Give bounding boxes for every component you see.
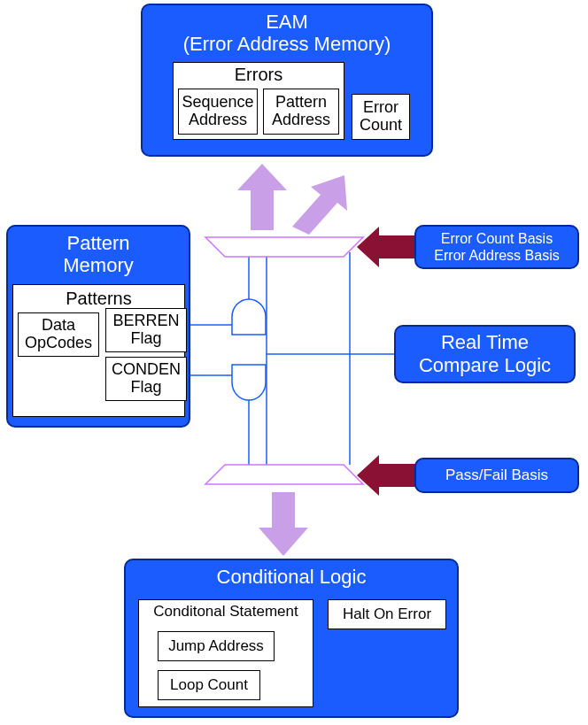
conditional-logic-block: Conditional Logic Conditonal Statement J…: [124, 559, 459, 718]
error-count-box: Error Count: [352, 94, 410, 140]
svg-marker-10: [292, 175, 347, 235]
svg-marker-7: [205, 237, 363, 257]
passfail-label: Pass/Fail Basis: [414, 458, 579, 493]
berren-flag-box: BERREN Flag: [105, 308, 187, 352]
patterns-head: Patterns: [66, 289, 131, 308]
conden-l2: Flag: [130, 379, 161, 397]
svg-marker-8: [205, 465, 363, 484]
svg-marker-9: [237, 164, 287, 230]
conden-l1: CONDEN: [112, 361, 181, 379]
loop-text: Loop Count: [170, 677, 248, 694]
jump-text: Jump Address: [168, 638, 264, 655]
jump-address-box: Jump Address: [158, 631, 275, 661]
berren-l1: BERREN: [112, 312, 179, 330]
seq-addr-l2: Address: [189, 112, 247, 129]
error-basis-label: Error Count Basis Error Address Basis: [414, 225, 579, 269]
halt-text: Halt On Error: [343, 606, 431, 623]
eam-title-line2: (Error Address Memory): [183, 33, 391, 55]
loop-count-box: Loop Count: [158, 670, 260, 700]
err-basis-l2: Error Address Basis: [434, 248, 559, 263]
pm-title-l1: Pattern: [67, 232, 130, 254]
data-l2: OpCodes: [25, 335, 92, 352]
eam-title: EAM (Error Address Memory): [143, 5, 431, 58]
seq-addr-l1: Sequence: [182, 94, 253, 112]
compare-l1: Real Time: [441, 331, 529, 353]
passfail-text: Pass/Fail Basis: [445, 467, 548, 484]
err-count-l2: Count: [360, 117, 402, 135]
pm-title: Pattern Memory: [8, 227, 189, 279]
pattern-address-box: Pattern Address: [263, 89, 339, 135]
eam-block: EAM (Error Address Memory) Errors Sequen…: [141, 4, 433, 157]
pat-addr-l1: Pattern: [275, 94, 327, 112]
compare-l2: Compare Logic: [419, 354, 551, 376]
svg-marker-11: [259, 492, 308, 556]
data-opcodes-box: Data OpCodes: [18, 312, 99, 357]
pat-addr-l2: Address: [272, 112, 330, 129]
data-l1: Data: [42, 317, 75, 335]
errors-head: Errors: [235, 65, 282, 84]
pm-title-l2: Memory: [63, 254, 133, 276]
conden-flag-box: CONDEN Flag: [105, 357, 187, 401]
err-basis-l1: Error Count Basis: [441, 231, 553, 246]
cond-title: Conditional Logic: [126, 560, 457, 590]
compare-logic-label: Real Time Compare Logic: [394, 325, 576, 383]
svg-marker-13: [357, 455, 416, 496]
diagram-root: EAM (Error Address Memory) Errors Sequen…: [0, 0, 588, 725]
svg-marker-12: [357, 227, 416, 267]
eam-title-line1: EAM: [266, 11, 308, 33]
cond-stmt-head: Conditonal Statement: [153, 604, 298, 621]
sequence-address-box: Sequence Address: [178, 89, 258, 135]
berren-l2: Flag: [130, 330, 161, 348]
pattern-memory-block: Pattern Memory Patterns Data OpCodes BER…: [6, 225, 190, 428]
halt-on-error-box: Halt On Error: [328, 599, 446, 629]
err-count-l1: Error: [363, 99, 398, 117]
